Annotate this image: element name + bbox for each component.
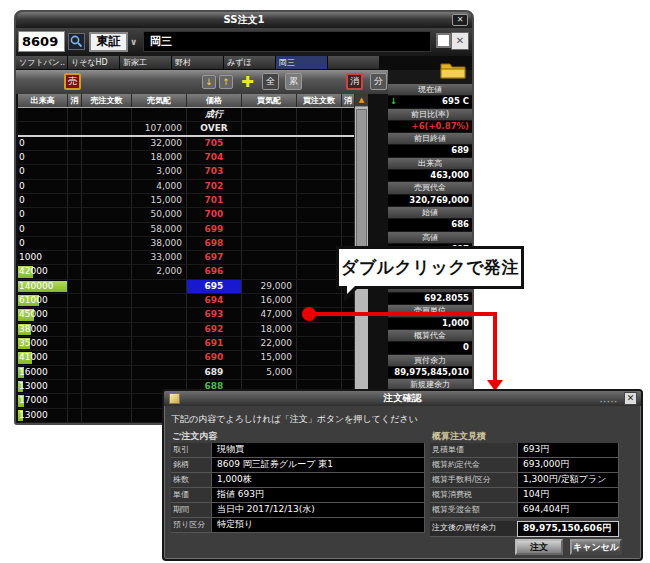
dialog-row-value: 694,404円 xyxy=(517,503,619,518)
tab-mizuho[interactable]: みずほ xyxy=(224,56,275,69)
move-cross-icon[interactable]: ✚ xyxy=(238,73,257,92)
price-cell[interactable]: 691 xyxy=(187,337,242,350)
volume-cell: 38000 xyxy=(18,323,68,336)
price-cell[interactable]: 成行 xyxy=(187,108,242,121)
arrow-up-icon[interactable]: ↑ xyxy=(219,75,233,89)
ask-qty-cell: 50,000 xyxy=(132,208,187,221)
price-cell[interactable]: 695 xyxy=(187,280,242,293)
window-titlebar[interactable]: SS注文1 ✕ xyxy=(16,12,472,28)
buy-order-count-cell xyxy=(297,351,342,364)
price-cell[interactable]: OVER xyxy=(187,122,242,134)
search-icon[interactable] xyxy=(68,33,85,50)
buy-order-count-cell xyxy=(297,194,342,207)
ask-qty-cell: 107,000 xyxy=(132,122,187,134)
dialog-row-value: 693,000円 xyxy=(517,458,619,473)
estimate-table: 見積単価693円概算約定代金693,000円概算手数料/区分1,300円/定額プ… xyxy=(430,443,619,518)
price-cell[interactable]: 700 xyxy=(187,208,242,221)
whole-board-icon[interactable]: 全 xyxy=(262,73,279,90)
price-cell[interactable]: 698 xyxy=(187,237,242,250)
ask-qty-cell: 4,000 xyxy=(132,180,187,193)
cumulative-icon[interactable]: 累 xyxy=(285,73,302,90)
price-cell[interactable]: 696 xyxy=(187,265,242,278)
sell-order-count-cell xyxy=(82,223,132,236)
order-section-header: ご注文内容 xyxy=(172,430,217,443)
dialog-row: 概算受渡金額694,404円 xyxy=(430,503,619,518)
sell-order-count-cell xyxy=(82,108,132,121)
volume-cell: 0 xyxy=(18,151,68,164)
cancel-sell-cell xyxy=(68,137,82,150)
price-cell[interactable]: 703 xyxy=(187,165,242,178)
board-row: 4100069015,000 xyxy=(18,351,354,365)
price-cell[interactable]: 705 xyxy=(187,137,242,150)
chevron-down-icon[interactable]: ∨ xyxy=(130,37,137,47)
price-cell[interactable]: 704 xyxy=(187,151,242,164)
cancel-buy-cell xyxy=(342,108,354,121)
submit-order-button[interactable]: 注文 xyxy=(515,539,563,555)
link-checkbox[interactable] xyxy=(436,33,451,48)
sell-order-count-cell xyxy=(82,294,132,307)
folder-icon[interactable] xyxy=(440,60,466,84)
symbol-code-input[interactable]: 8609 xyxy=(18,31,65,52)
cancel-sell-cell xyxy=(68,294,82,307)
price-cell[interactable]: 693 xyxy=(187,308,242,321)
cancel-sell-cell xyxy=(68,280,82,293)
window-close-button[interactable]: ✕ xyxy=(452,14,468,26)
dialog-titlebar[interactable]: 注文確認 ····· ✕ xyxy=(164,391,641,406)
cancel-order-icon[interactable]: 消 xyxy=(346,73,363,90)
board-header: 出来高消売注文数売気配価格買気配買注文数消 xyxy=(18,94,354,108)
arrow-down-icon[interactable]: ↓ xyxy=(202,75,216,89)
dialog-document-icon xyxy=(169,393,180,404)
stat-value: 1,000 xyxy=(388,318,472,329)
price-cell[interactable]: 694 xyxy=(187,294,242,307)
cancel-button[interactable]: キャンセル xyxy=(570,539,622,555)
cancel-sell-cell xyxy=(68,237,82,250)
tab-shinke[interactable]: 新家工 xyxy=(120,56,171,69)
ask-qty-cell: 58,000 xyxy=(132,223,187,236)
board-row: 032,000705 xyxy=(18,137,354,151)
ask-qty-cell xyxy=(132,108,187,121)
minute-chart-icon[interactable]: 分 xyxy=(370,73,387,90)
dialog-close-button[interactable]: ✕ xyxy=(624,392,637,405)
ask-qty-cell xyxy=(132,351,187,364)
board-row: 107,000OVER xyxy=(18,122,354,136)
sell-icon[interactable]: 売 xyxy=(64,73,81,90)
panel-close-button[interactable]: ✕ xyxy=(451,32,469,50)
ask-qty-cell: 2,000 xyxy=(132,265,187,278)
tab-softbank[interactable]: ソフトバン.. xyxy=(16,56,67,69)
dialog-row-value: 104円 xyxy=(517,488,619,503)
market-select[interactable]: 東証 xyxy=(89,32,128,52)
symbol-name-field[interactable]: 岡三 xyxy=(143,31,431,52)
board-header-cell: 買気配 xyxy=(242,94,297,107)
ask-qty-cell: 3,000 xyxy=(132,165,187,178)
volume-cell xyxy=(18,122,68,134)
price-cell[interactable]: 699 xyxy=(187,223,242,236)
cancel-sell-cell xyxy=(68,122,82,134)
scroll-up-icon[interactable]: ▲ xyxy=(355,94,368,107)
dialog-row-value: 特定預り xyxy=(211,518,425,533)
cancel-sell-cell xyxy=(68,151,82,164)
cancel-buy-cell xyxy=(342,194,354,207)
tab-resona-hd[interactable]: りそなHD xyxy=(68,56,119,69)
board-row: 420002,000696 xyxy=(18,265,354,279)
bid-qty-cell xyxy=(242,251,297,264)
stat-value: 463,000 xyxy=(388,170,472,181)
price-cell[interactable]: 697 xyxy=(187,251,242,264)
callout-text: ダブルクリックで発注 xyxy=(341,257,519,277)
price-cell[interactable]: 689 xyxy=(187,366,242,379)
cancel-buy-cell xyxy=(342,151,354,164)
tab-nomura[interactable]: 野村 xyxy=(172,56,223,69)
order-detail-table: 取引現物買銘柄8609 岡三証券グループ 東1株数1,000株単価指値 693円… xyxy=(171,443,425,533)
tab-okasan[interactable]: 岡三 xyxy=(276,56,327,69)
board-header-cell: 消 xyxy=(342,94,354,107)
cancel-sell-cell xyxy=(68,337,82,350)
cancel-sell-cell xyxy=(68,180,82,193)
sell-order-count-cell xyxy=(82,308,132,321)
dialog-row-value: 1,000株 xyxy=(211,473,425,488)
price-cell[interactable]: 701 xyxy=(187,194,242,207)
volume-cell: 41000 xyxy=(18,351,68,364)
price-cell[interactable]: 692 xyxy=(187,323,242,336)
stat-label: 売買代金 xyxy=(388,182,472,193)
price-cell[interactable]: 702 xyxy=(187,180,242,193)
price-cell[interactable]: 690 xyxy=(187,351,242,364)
tab-empty[interactable] xyxy=(328,56,379,69)
